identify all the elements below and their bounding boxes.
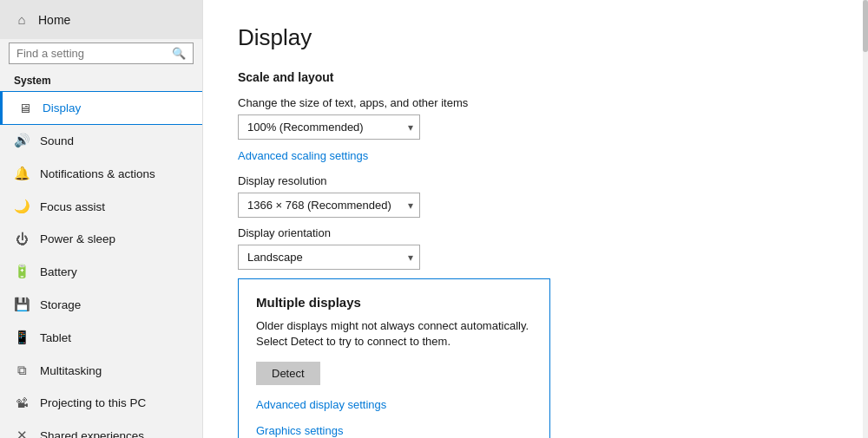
sidebar-item-display[interactable]: 🖥 Display: [0, 92, 202, 124]
graphics-settings-link[interactable]: Graphics settings: [256, 424, 343, 437]
storage-icon: 💾: [14, 297, 30, 312]
power-label: Power & sleep: [40, 232, 115, 245]
scale-select-wrapper: 100% (Recommended) 125% 150% 175% ▾: [238, 114, 420, 140]
sidebar-item-home[interactable]: ⌂ Home: [0, 0, 202, 39]
search-icon: 🔍: [172, 47, 186, 60]
resolution-label: Display resolution: [238, 174, 833, 187]
shared-icon: ✕: [14, 428, 30, 438]
home-label: Home: [38, 13, 70, 27]
multitasking-icon: ⧉: [14, 363, 30, 378]
detect-button[interactable]: Detect: [256, 362, 320, 385]
scale-select[interactable]: 100% (Recommended) 125% 150% 175%: [238, 114, 420, 140]
sidebar-item-power[interactable]: ⏻ Power & sleep: [0, 223, 202, 255]
orientation-select[interactable]: Landscape Portrait Landscape (flipped) P…: [238, 245, 420, 270]
sound-icon: 🔊: [14, 133, 30, 148]
multitasking-label: Multitasking: [40, 364, 102, 377]
sidebar-item-notifications[interactable]: 🔔 Notifications & actions: [0, 157, 202, 190]
page-title: Display: [238, 24, 833, 51]
search-input[interactable]: [16, 47, 168, 60]
multiple-displays-title: Multiple displays: [256, 295, 532, 310]
home-icon: ⌂: [14, 12, 30, 27]
sound-label: Sound: [40, 134, 74, 147]
system-label: System: [0, 71, 202, 92]
tablet-label: Tablet: [40, 331, 71, 344]
projecting-icon: 📽: [14, 396, 30, 410]
focus-label: Focus assist: [40, 200, 105, 213]
battery-icon: 🔋: [14, 264, 30, 279]
sidebar-item-storage[interactable]: 💾 Storage: [0, 288, 202, 321]
resolution-select[interactable]: 1366 × 768 (Recommended) 1280 × 720 1024…: [238, 193, 420, 218]
sidebar-item-battery[interactable]: 🔋 Battery: [0, 255, 202, 288]
display-icon: 🖥: [16, 101, 32, 115]
orientation-select-wrapper: Landscape Portrait Landscape (flipped) P…: [238, 245, 420, 270]
sidebar-item-projecting[interactable]: 📽 Projecting to this PC: [0, 387, 202, 419]
scale-section-title: Scale and layout: [238, 70, 833, 84]
multiple-displays-box: Multiple displays Older displays might n…: [238, 278, 550, 438]
resolution-select-wrapper: 1366 × 768 (Recommended) 1280 × 720 1024…: [238, 193, 420, 218]
storage-label: Storage: [40, 298, 81, 311]
power-icon: ⏻: [14, 232, 30, 246]
focus-icon: 🌙: [14, 199, 30, 214]
scrollbar-thumb[interactable]: [863, 0, 868, 52]
projecting-label: Projecting to this PC: [40, 396, 146, 409]
multiple-displays-description: Older displays might not always connect …: [256, 318, 532, 350]
sidebar: ⌂ Home 🔍 System 🖥 Display 🔊 Sound 🔔 Noti…: [0, 0, 203, 438]
scale-label: Change the size of text, apps, and other…: [238, 96, 833, 109]
battery-label: Battery: [40, 265, 77, 278]
search-box[interactable]: 🔍: [9, 42, 194, 64]
notifications-icon: 🔔: [14, 166, 30, 181]
sidebar-item-shared[interactable]: ✕ Shared experiences: [0, 419, 202, 438]
tablet-icon: 📱: [14, 330, 30, 345]
scrollbar-track: [863, 0, 868, 438]
shared-label: Shared experiences: [40, 429, 144, 439]
main-content: Display Scale and layout Change the size…: [203, 0, 868, 438]
advanced-display-link[interactable]: Advanced display settings: [256, 398, 386, 411]
sidebar-item-focus[interactable]: 🌙 Focus assist: [0, 190, 202, 223]
display-label: Display: [43, 101, 81, 114]
advanced-scaling-link[interactable]: Advanced scaling settings: [238, 149, 368, 162]
notifications-label: Notifications & actions: [40, 167, 155, 180]
sidebar-item-multitasking[interactable]: ⧉ Multitasking: [0, 354, 202, 387]
orientation-label: Display orientation: [238, 226, 833, 239]
sidebar-item-tablet[interactable]: 📱 Tablet: [0, 321, 202, 354]
sidebar-item-sound[interactable]: 🔊 Sound: [0, 124, 202, 157]
